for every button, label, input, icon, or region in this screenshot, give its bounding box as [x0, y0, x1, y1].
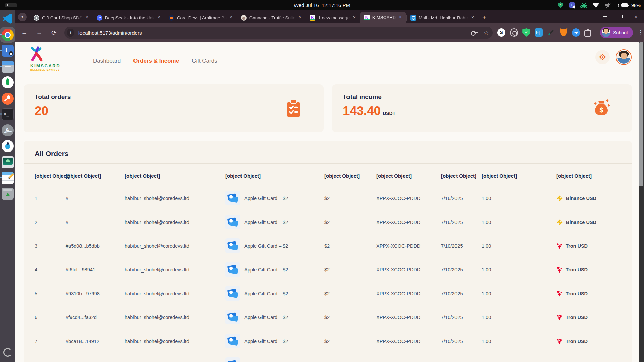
tab-search-button[interactable]: ▾	[18, 13, 27, 21]
tab-close-icon[interactable]: ×	[351, 15, 357, 21]
new-tab-button[interactable]: +	[482, 14, 486, 21]
nav-item[interactable]: Orders & Income	[133, 58, 179, 64]
dock-app-icon[interactable]	[2, 172, 14, 184]
app-icon	[2, 108, 14, 120]
dock-app-icon[interactable]	[2, 140, 14, 152]
cell-code: XPPX-XCOC-PDDD	[376, 243, 420, 249]
extension-icon[interactable]	[547, 28, 555, 37]
tab-close-icon[interactable]: ×	[297, 15, 303, 21]
dock-app-icon[interactable]	[2, 76, 14, 88]
tron-icon	[556, 314, 563, 320]
tab-close-icon[interactable]: ×	[84, 15, 90, 21]
loading-spinner-icon[interactable]	[3, 348, 12, 357]
cell-card-value: $2	[324, 291, 330, 296]
dock-app-icon[interactable]	[2, 156, 14, 168]
nav-item[interactable]: Dashboard	[93, 58, 121, 64]
total-income-value: 143.40USDT	[343, 104, 395, 118]
cell-txid: #bca18...14912	[66, 339, 99, 344]
cell-gift-card: Apple Gift Card – $2	[244, 220, 288, 225]
dock-app-icon[interactable]	[2, 124, 14, 136]
extension-icon[interactable]	[584, 30, 591, 37]
browser-tab[interactable]: 1 new message ×	[306, 12, 360, 23]
scrollbar-thumb[interactable]	[639, 42, 643, 186]
dock-app-icon[interactable]	[2, 45, 14, 57]
cell-txid: #	[66, 220, 68, 225]
browser-tab[interactable]: Mail - Md. Habibur Rahm ×	[406, 12, 478, 23]
cell-sl: 4	[35, 267, 37, 273]
extension-icon[interactable]	[497, 28, 505, 37]
tab-close-icon[interactable]: ×	[156, 15, 162, 21]
dock-app-icon[interactable]	[2, 29, 14, 41]
dock-app-icon[interactable]	[2, 188, 14, 200]
password-manager-icon[interactable]	[471, 31, 478, 34]
dock-app-icon[interactable]	[2, 108, 14, 120]
cell-code: XPPX-XCOC-PDDD	[376, 267, 420, 273]
money-bag-icon: $	[592, 98, 611, 119]
browser-toolbar: ← → ⟳ i localhost:5173/admin/orders ☆ Sc…	[15, 23, 644, 42]
browser-tab[interactable]: DeepSeek - Into the Unk ×	[93, 12, 165, 23]
dock-app-icon[interactable]	[2, 93, 14, 105]
column-header: [object Object]	[482, 173, 517, 179]
payment-method-label: Tron USD	[566, 291, 588, 296]
tab-title: Gift Card Shop SDS	[42, 15, 83, 20]
app-icon	[2, 76, 14, 88]
cell-txid: #f6fcf...98941	[66, 267, 95, 273]
browser-tab[interactable]: Gift Card Shop SDS ×	[30, 12, 93, 23]
extension-icon[interactable]	[572, 28, 580, 37]
tab-close-icon[interactable]: ×	[228, 15, 234, 21]
cell-card-value: $2	[324, 243, 330, 249]
address-bar[interactable]: i localhost:5173/admin/orders ☆	[64, 27, 493, 39]
app-icon	[2, 140, 14, 152]
cell-date: 7/10/2025	[441, 267, 463, 273]
extension-icon[interactable]	[559, 28, 568, 37]
battery-icon	[621, 3, 628, 7]
cell-code: XPPX-XCOC-PDDD	[376, 291, 420, 296]
orders-table-header: [object Object][object Object][object Ob…	[24, 173, 632, 183]
cell-txid: #a5d08...b5dbb	[66, 243, 100, 249]
browser-tab[interactable]: KIMSCARD ×	[360, 12, 406, 23]
extension-icon[interactable]	[510, 28, 518, 37]
dock-app-icon[interactable]	[2, 61, 14, 73]
browser-tab[interactable]: Core Devs | Arbitrage Bo ×	[165, 12, 237, 23]
logo-title: KIMSCARD	[30, 63, 70, 68]
close-button[interactable]: ×	[633, 13, 639, 20]
order-row: 1 # habibur_shohel@coredevs.ltd Apple Gi…	[24, 186, 632, 210]
browser-tab[interactable]: Ganache - Truffle Suite ×	[237, 12, 306, 23]
minimize-button[interactable]	[602, 13, 608, 20]
tab-close-icon[interactable]: ×	[397, 14, 404, 20]
cell-gift-card: Apple Gift Card – $2	[244, 196, 288, 201]
system-tray[interactable]: 98%	[558, 0, 641, 10]
clipboard-icon	[284, 98, 303, 119]
tab-close-icon[interactable]: ×	[470, 15, 476, 21]
bookmark-star-icon[interactable]: ☆	[484, 29, 489, 36]
cell-date: 7/10/2025	[441, 291, 463, 296]
url-text[interactable]: localhost:5173/admin/orders	[78, 30, 142, 36]
profile-chip[interactable]: School	[600, 27, 633, 38]
reload-button[interactable]: ⟳	[49, 27, 59, 38]
cell-sl: 6	[35, 315, 37, 320]
site-info-icon[interactable]: i	[67, 29, 74, 37]
system-clock[interactable]: Wed Jul 16 12:17:16 PM	[0, 0, 644, 10]
charging-bolt-icon	[617, 3, 620, 7]
nav-item[interactable]: Gift Cards	[192, 58, 217, 64]
cell-date: 7/10/2025	[441, 339, 463, 344]
cell-total-price: 1.00	[482, 196, 491, 201]
app-icon	[2, 172, 14, 184]
income-unit: USDT	[383, 111, 395, 116]
page-scrollbar[interactable]	[639, 42, 644, 362]
extension-icon[interactable]	[535, 28, 543, 37]
system-tray-icon	[605, 3, 611, 8]
dock-app-icon[interactable]	[2, 13, 14, 25]
orders-table-body: 1 # habibur_shohel@coredevs.ltd Apple Gi…	[24, 186, 632, 362]
total-orders-card: Total orders 20	[24, 84, 324, 132]
restore-button[interactable]	[617, 13, 624, 20]
user-avatar[interactable]	[616, 49, 632, 65]
browser-menu-icon[interactable]: ⋮	[638, 29, 644, 36]
payment-method-icon	[556, 266, 563, 273]
extension-icon[interactable]	[522, 28, 530, 37]
forward-button[interactable]: →	[34, 27, 44, 38]
settings-gear-icon[interactable]: ⚙	[595, 50, 610, 64]
orders-panel-title: All Orders	[35, 149, 69, 158]
back-button[interactable]: ←	[19, 27, 30, 38]
kimscard-logo[interactable]: KIMSCARD RELIABLE SAVINGS	[30, 46, 70, 71]
